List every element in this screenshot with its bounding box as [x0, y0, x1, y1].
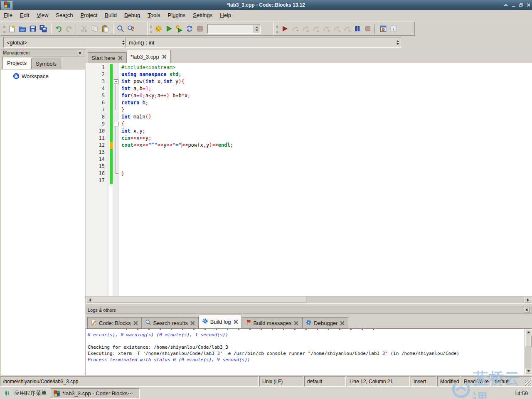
workspace-icon — [13, 73, 20, 79]
status-caret-position: Line 12, Column 21 — [347, 376, 410, 387]
log-tab-search-results[interactable]: Search results — [142, 317, 199, 328]
combo-spinner-icon[interactable] — [122, 37, 125, 47]
close-button[interactable] — [525, 1, 532, 8]
status-profile: default — [492, 376, 532, 387]
management-close-button[interactable] — [77, 50, 83, 56]
resize-grip[interactable] — [525, 380, 531, 386]
tab-close-icon[interactable] — [190, 320, 195, 326]
editor-tab-lab3-3-cpp[interactable]: *lab3_3.cpp — [127, 50, 171, 63]
close-icon — [526, 2, 531, 7]
change-marker — [110, 142, 113, 149]
code-token: ){ — [178, 79, 184, 84]
vscrollbar-thumb[interactable] — [525, 335, 532, 347]
menu-build[interactable]: Build — [101, 10, 121, 21]
fold-marker — [113, 71, 119, 78]
fold-toggle-icon[interactable]: − — [113, 78, 119, 85]
scroll-up-arrow[interactable] — [525, 329, 532, 335]
save-all-button[interactable] — [38, 23, 48, 34]
taskbar-window-button[interactable]: *lab3_3.cpp - Code::Blocks⋯ — [51, 388, 140, 399]
build-and-run-button[interactable] — [174, 23, 184, 34]
editor-hscrollbar[interactable] — [86, 296, 532, 304]
logs-close-button[interactable] — [524, 307, 530, 313]
log-vscrollbar[interactable] — [525, 329, 532, 374]
paste-button[interactable] — [100, 23, 110, 34]
break-debugger-button[interactable] — [352, 23, 362, 34]
function-scope-combo[interactable]: main() : int — [126, 37, 401, 48]
code-token: int — [121, 114, 131, 120]
new-file-button[interactable] — [7, 23, 17, 34]
tab-projects[interactable]: Projects — [2, 57, 31, 69]
menu-search[interactable]: Search — [52, 10, 76, 21]
status-line-ending: Unix (LF) — [259, 376, 303, 387]
build-log-content: 0 error(s), 0 warning(s) (0 minute(s), 1… — [86, 328, 532, 375]
menu-plugins[interactable]: Plugins — [164, 10, 190, 21]
window-menu-button[interactable] — [1, 1, 13, 10]
toolbar-grip[interactable] — [276, 24, 278, 34]
toolbar-grip[interactable] — [3, 24, 5, 34]
code-text — [119, 149, 121, 156]
maximize-button[interactable] — [517, 1, 525, 8]
find-button[interactable] — [115, 23, 126, 34]
toolbar-grip[interactable] — [149, 24, 152, 34]
menu-view[interactable]: View — [33, 10, 52, 21]
replace-button[interactable]: R — [126, 23, 136, 34]
code-token: { — [121, 121, 124, 127]
tab-close-icon[interactable] — [340, 320, 345, 326]
status-modified: Modified — [437, 376, 460, 387]
menu-edit[interactable]: Edit — [16, 10, 33, 21]
undo-button[interactable] — [53, 23, 64, 34]
editor-tab-start-here[interactable]: Start here — [88, 52, 127, 63]
hscrollbar-thumb[interactable] — [93, 297, 306, 303]
code-token: >> — [131, 135, 136, 141]
tab-close-icon[interactable] — [293, 320, 299, 326]
tab-symbols[interactable]: Symbols — [31, 59, 61, 69]
log-tab-debugger[interactable]: Debugger — [302, 317, 348, 328]
rebuild-button[interactable] — [184, 23, 195, 34]
shade-button[interactable] — [502, 1, 509, 8]
scroll-down-arrow[interactable] — [525, 368, 532, 374]
tab-close-icon[interactable] — [162, 54, 167, 59]
menu-project[interactable]: Project — [77, 10, 101, 21]
code-line: 5for(a=0;a<y;a++) b=b*x; — [86, 92, 532, 99]
fold-marker — [113, 149, 119, 156]
minimize-button[interactable] — [510, 1, 517, 8]
menu-settings[interactable]: Settings — [189, 10, 216, 21]
log-tab-build-log[interactable]: Build log — [199, 315, 242, 328]
line-number: 12 — [86, 142, 108, 149]
change-marker — [110, 113, 113, 121]
tree-item-workspace[interactable]: Workspace — [1, 69, 85, 79]
combo-spinner-icon[interactable] — [397, 37, 399, 47]
various-info-button[interactable]: i — [388, 23, 399, 34]
log-tab-code-blocks[interactable]: Code::Blocks — [87, 317, 142, 328]
code-token: () — [145, 114, 151, 120]
open-file-button[interactable] — [17, 23, 27, 34]
code-token: = — [143, 86, 145, 91]
menu-debug[interactable]: Debug — [121, 10, 144, 21]
log-line: Process terminated with status 0 (0 minu… — [88, 357, 523, 363]
menu-help[interactable]: Help — [216, 10, 235, 21]
menu-file[interactable]: File — [0, 10, 16, 21]
line-number: 6 — [86, 99, 108, 106]
applications-menu-button[interactable]: 应用程序菜单 — [3, 387, 47, 399]
build-target-combo[interactable] — [207, 24, 261, 34]
save-file-button[interactable] — [27, 23, 38, 34]
code-text: return b; — [119, 99, 148, 106]
menu-tools[interactable]: Tools — [144, 10, 164, 21]
change-marker — [110, 64, 113, 71]
debugging-windows-button[interactable] — [378, 23, 388, 34]
code-token: y — [139, 128, 142, 134]
debug-continue-button[interactable] — [279, 23, 290, 34]
log-tab-build-messages[interactable]: Build messages — [242, 317, 303, 328]
run-button[interactable] — [163, 23, 174, 34]
combo-spinner-icon[interactable] — [254, 25, 260, 33]
code-editor[interactable]: 1#include<iostream>2using namespace std;… — [86, 63, 532, 296]
tab-close-icon[interactable] — [133, 320, 138, 326]
build-button[interactable] — [153, 23, 163, 34]
scroll-right-arrow[interactable] — [525, 297, 531, 303]
fold-toggle-icon[interactable]: − — [113, 121, 119, 128]
tab-close-icon[interactable] — [233, 319, 239, 325]
global-scope-combo[interactable]: <global> — [3, 37, 127, 48]
code-line: 10int x,y; — [86, 128, 532, 135]
scroll-left-arrow[interactable] — [86, 297, 93, 303]
tab-close-icon[interactable] — [118, 55, 123, 61]
